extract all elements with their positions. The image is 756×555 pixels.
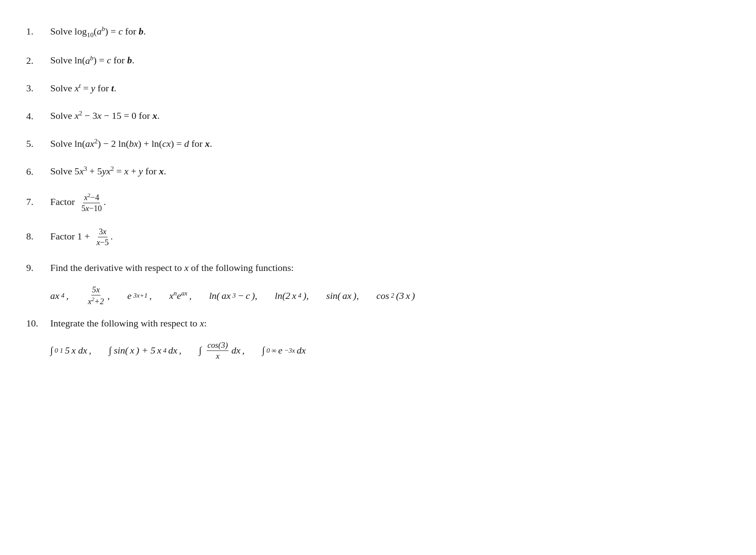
problem-9: 9. Find the derivative with respect to x… [26,254,730,281]
frac-cos3-num: cos(3) [207,340,229,351]
problem-10-number: 10. [26,316,50,330]
func-cos2-3x: cos2(3x) [376,286,415,305]
fraction-5x: 5x x2+2 [87,284,105,307]
problem-4-content: Solve x2 − 3x − 15 = 0 for x. [50,108,160,124]
problem-8-number: 8. [26,229,50,243]
problem-8: 8. Factor 1 + 3x x−5 . [26,220,730,254]
problem-1: 1. Solve log10(ab) = c for b. [26,17,730,46]
int-e-3x-dx: ∫0∞ e−3xdx [262,341,306,360]
func-ax4: ax4, [50,286,69,305]
problem-3: 3. Solve xt = y for t. [26,74,730,102]
problem-7-content: Factor x2−4 5x−10 . [50,191,106,214]
func-lnax3c: ln(ax3 − c), [209,286,257,305]
problem-5-content: Solve ln(ax2) − 2 ln(bx) + ln(cx) = d fo… [50,136,212,152]
problem-7: 7. Factor x2−4 5x−10 . [26,185,730,220]
fraction-8-denominator: x−5 [96,237,110,248]
problem-10: 10. Integrate the following with respect… [26,309,730,337]
func-xneax: xneax, [169,286,191,305]
problem-2-content: Solve ln(ab) = c for b. [50,52,134,68]
problem-9-content: Find the derivative with respect to x of… [50,260,294,275]
frac-5x-num: 5x [91,284,101,295]
fraction-7-numerator: x2−4 [83,191,100,204]
problem-6-content: Solve 5x3 + 5yx2 = x + y for x. [50,163,166,179]
problem-1-content: Solve log10(ab) = c for b. [50,24,146,40]
problem-6-number: 6. [26,164,50,179]
problem-9-functions: ax4, 5x x2+2 , e3x+1, xneax, ln(ax3 − c)… [50,284,730,307]
fraction-8-numerator: 3x [98,226,108,237]
problem-2-number: 2. [26,53,50,68]
problem-10-subitems: ∫01 5x dx, ∫ sin(x) + 5x4dx, ∫ cos(3) x … [26,337,730,364]
problem-10-content: Integrate the following with respect to … [50,316,207,331]
fraction-8: 3x x−5 [96,226,110,248]
problem-4: 4. Solve x2 − 3x − 15 = 0 for x. [26,102,730,130]
problem-8-content: Factor 1 + 3x x−5 . [50,226,113,248]
int-sinx5x4dx: ∫ sin(x) + 5x4dx, [109,341,181,360]
problem-5: 5. Solve ln(ax2) − 2 ln(bx) + ln(cx) = d… [26,130,730,158]
problem-3-content: Solve xt = y for t. [50,80,116,96]
problem-10-functions: ∫01 5x dx, ∫ sin(x) + 5x4dx, ∫ cos(3) x … [50,340,730,362]
frac-cos3-den: x [215,351,220,361]
problem-7-number: 7. [26,194,50,209]
func-e3x1: e3x+1, [127,286,152,305]
fraction-7-denominator: 5x−10 [80,203,103,214]
problem-9-number: 9. [26,260,50,275]
int-5xdx: ∫01 5x dx, [50,341,91,360]
func-ln2x4: ln(2x4), [275,286,309,305]
problem-5-number: 5. [26,136,50,151]
problem-9-subitems: ax4, 5x x2+2 , e3x+1, xneax, ln(ax3 − c)… [26,282,730,310]
func-frac-5x: 5x x2+2 , [86,284,110,307]
int-cos3-x-dx: ∫ cos(3) x dx, [199,340,245,362]
problem-4-number: 4. [26,109,50,123]
problem-6: 6. Solve 5x3 + 5yx2 = x + y for x. [26,157,730,185]
func-sinax: sin(ax), [326,286,359,305]
problem-2: 2. Solve ln(ab) = c for b. [26,46,730,74]
fraction-cos3-x: cos(3) x [207,340,229,362]
frac-5x-den: x2+2 [87,295,105,307]
problem-3-number: 3. [26,81,50,95]
problem-1-number: 1. [26,24,50,38]
fraction-7: x2−4 5x−10 [80,191,103,214]
